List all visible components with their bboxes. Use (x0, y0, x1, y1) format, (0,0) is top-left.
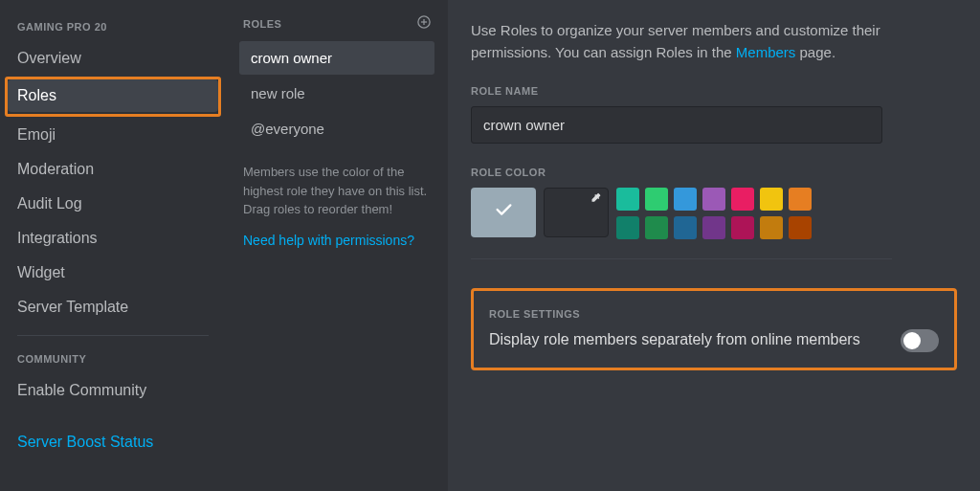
roles-list-header: ROLES (243, 18, 281, 30)
sidebar-item-enable-community[interactable]: Enable Community (8, 374, 218, 407)
sidebar-item-server-boost[interactable]: Server Boost Status (8, 426, 218, 458)
color-swatch-4[interactable] (731, 188, 754, 211)
members-link[interactable]: Members (736, 44, 796, 60)
sidebar-item-roles[interactable]: Roles (8, 79, 218, 112)
display-separately-toggle[interactable] (901, 329, 939, 352)
roles-header-row: ROLES (239, 15, 434, 41)
server-name-header: GAMING PRO 20 (8, 15, 218, 42)
color-swatch-10[interactable] (702, 216, 725, 239)
sidebar-item-overview[interactable]: Overview (8, 42, 218, 75)
sidebar-item-integrations[interactable]: Integrations (8, 222, 218, 255)
color-swatch-0[interactable] (616, 188, 639, 211)
color-swatch-5[interactable] (760, 188, 783, 211)
section-divider (471, 258, 892, 259)
display-separately-label: Display role members separately from onl… (489, 329, 885, 350)
color-swatch-7[interactable] (616, 216, 639, 239)
role-color-row (471, 188, 957, 239)
color-swatch-13[interactable] (789, 216, 812, 239)
role-color-label: ROLE COLOR (471, 167, 957, 178)
role-name-label: ROLE NAME (471, 85, 957, 97)
color-swatch-6[interactable] (789, 188, 812, 211)
role-item-crown-owner[interactable]: crown owner (239, 41, 434, 75)
roles-reorder-hint: Members use the color of the highest rol… (239, 147, 434, 219)
sidebar-item-widget[interactable]: Widget (8, 257, 218, 289)
color-swatch-1[interactable] (645, 188, 668, 211)
sidebar-item-emoji[interactable]: Emoji (8, 119, 218, 151)
checkmark-icon (493, 199, 514, 225)
community-header: COMMUNITY (8, 347, 218, 374)
add-role-icon[interactable] (417, 15, 431, 32)
color-swatch-12[interactable] (760, 216, 783, 239)
role-item-new-role[interactable]: new role (239, 77, 434, 110)
sidebar-item-moderation[interactable]: Moderation (8, 153, 218, 186)
display-separately-row: Display role members separately from onl… (489, 329, 939, 352)
color-swatch-2[interactable] (674, 188, 697, 211)
eyedropper-icon (590, 192, 602, 207)
role-name-input[interactable] (471, 106, 882, 144)
color-swatch-8[interactable] (645, 216, 668, 239)
sidebar-item-audit-log[interactable]: Audit Log (8, 188, 218, 220)
highlight-roles: Roles (5, 77, 221, 117)
description-text-post: page. (795, 44, 835, 60)
color-swatch-9[interactable] (674, 216, 697, 239)
color-swatch-11[interactable] (731, 216, 754, 239)
role-editor-main: Use Roles to organize your server member… (448, 0, 980, 491)
role-settings-label: ROLE SETTINGS (489, 308, 939, 320)
sidebar-item-server-template[interactable]: Server Template (8, 291, 218, 324)
roles-description: Use Roles to organize your server member… (471, 19, 957, 64)
color-swatch-grid (616, 188, 812, 239)
settings-sidebar: GAMING PRO 20 Overview Roles Emoji Moder… (0, 0, 226, 491)
divider (17, 335, 209, 336)
role-settings-section: ROLE SETTINGS Display role members separ… (471, 288, 957, 370)
custom-color-picker[interactable] (544, 188, 609, 237)
permissions-help-link[interactable]: Need help with permissions? (239, 219, 434, 261)
roles-list-column: ROLES crown owner new role @everyone Mem… (226, 0, 448, 491)
default-color-swatch[interactable] (471, 188, 536, 237)
color-swatch-3[interactable] (702, 188, 725, 211)
role-item-everyone[interactable]: @everyone (239, 112, 434, 145)
